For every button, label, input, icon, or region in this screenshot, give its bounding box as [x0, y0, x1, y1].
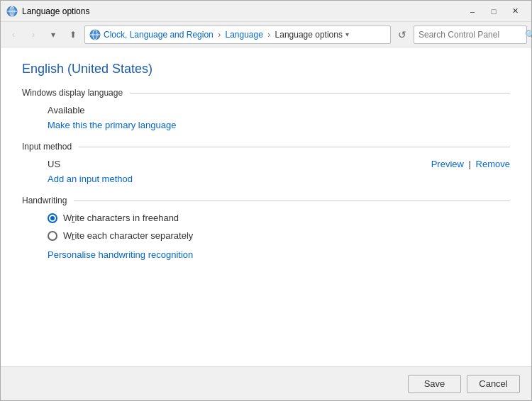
input-method-row: US Preview | Remove [48, 159, 510, 169]
handwriting-option-separate[interactable]: Write each character separately [48, 230, 510, 241]
main-window: Language options – □ ✕ ‹ › ▾ ⬆ Clock, La… [0, 0, 532, 401]
window-icon [6, 6, 18, 17]
close-button[interactable]: ✕ [504, 4, 526, 18]
input-method-name: US [48, 159, 60, 169]
display-language-label: Windows display language [22, 88, 123, 98]
radio-separate-circle [48, 231, 57, 241]
maximize-button[interactable]: □ [483, 4, 504, 18]
up-button[interactable]: ⬆ [65, 26, 82, 43]
breadcrumb-sep1: › [218, 30, 221, 40]
radio-freehand-circle [48, 213, 57, 223]
main-content: English (United States) Windows display … [1, 47, 531, 366]
breadcrumb-part1[interactable]: Clock, Language and Region [104, 30, 214, 40]
handwriting-freehand-label: Write characters in freehand [63, 213, 179, 223]
cancel-button[interactable]: Cancel [467, 375, 520, 393]
display-language-divider [130, 93, 510, 94]
display-language-content: Available Make this the primary language [22, 105, 510, 130]
dropdown-button[interactable]: ▾ [45, 26, 62, 43]
available-label: Available [48, 105, 510, 115]
input-method-content: US Preview | Remove Add an input method [22, 159, 510, 184]
page-title: English (United States) [22, 62, 510, 77]
title-bar: Language options – □ ✕ [1, 1, 531, 22]
input-method-divider [79, 147, 510, 147]
breadcrumb-part3: Language options [275, 30, 343, 40]
make-primary-link[interactable]: Make this the primary language [48, 120, 176, 130]
breadcrumb: Clock, Language and Region › Language › … [104, 30, 343, 40]
handwriting-label: Handwriting [22, 196, 67, 205]
handwriting-content: Write characters in freehand Write each … [22, 213, 510, 260]
search-input[interactable] [419, 30, 525, 40]
preview-link[interactable]: Preview [431, 159, 464, 169]
input-method-actions: Preview | Remove [431, 159, 510, 169]
handwriting-option-freehand[interactable]: Write characters in freehand [48, 213, 510, 223]
remove-link[interactable]: Remove [476, 159, 510, 169]
refresh-button[interactable]: ↺ [394, 26, 411, 43]
display-language-section: Windows display language Available Make … [22, 88, 510, 130]
input-method-label: Input method [22, 142, 72, 152]
bottom-bar: Save Cancel [1, 366, 531, 400]
breadcrumb-sep2: › [267, 30, 270, 40]
forward-button[interactable]: › [25, 26, 42, 43]
action-separator: | [469, 159, 474, 169]
breadcrumb-part2[interactable]: Language [225, 30, 262, 40]
window-controls: – □ ✕ [462, 4, 526, 18]
handwriting-header: Handwriting [22, 196, 510, 205]
input-method-section: Input method US Preview | Remove Add an … [22, 142, 510, 184]
search-icon: 🔍 [525, 30, 532, 40]
breadcrumb-dropdown-button[interactable]: ▾ [345, 30, 349, 38]
handwriting-separate-label: Write each character separately [63, 230, 193, 241]
personalise-link[interactable]: Personalise handwriting recognition [48, 249, 193, 260]
handwriting-divider [74, 200, 510, 201]
handwriting-section: Handwriting Write characters in freehand [22, 196, 510, 260]
back-button[interactable]: ‹ [5, 26, 22, 43]
save-button[interactable]: Save [408, 375, 461, 393]
minimize-button[interactable]: – [462, 4, 483, 18]
breadcrumb-bar: Clock, Language and Region › Language › … [84, 26, 391, 44]
search-box: 🔍 [414, 26, 527, 44]
add-input-method-link[interactable]: Add an input method [48, 174, 133, 184]
breadcrumb-icon [89, 29, 101, 40]
display-language-header: Windows display language [22, 88, 510, 98]
input-method-header: Input method [22, 142, 510, 152]
handwriting-options: Write characters in freehand Write each … [48, 213, 510, 241]
address-bar: ‹ › ▾ ⬆ Clock, Language and Region › Lan… [1, 22, 531, 47]
window-title: Language options [22, 6, 462, 16]
